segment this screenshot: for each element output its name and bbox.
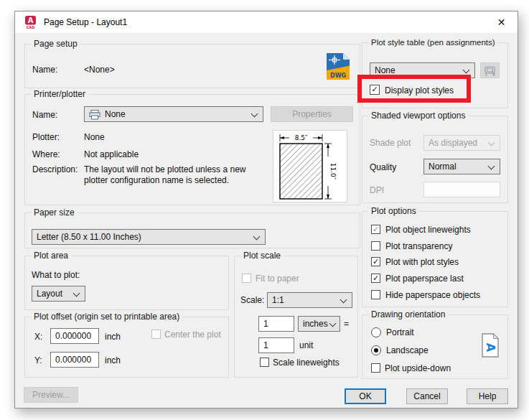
printer-name-select[interactable]: None [84, 106, 263, 122]
svg-text:A: A [484, 343, 497, 353]
group-page-setup: Page setup Name: <None> DWG [24, 44, 360, 88]
plot-style-editor-icon [484, 65, 497, 77]
printer-icon [89, 110, 100, 120]
offset-x-input[interactable]: 0.000000 [50, 328, 99, 344]
ok-button[interactable]: OK [345, 388, 386, 404]
group-printer-plotter: Printer/plotter Name: None Properties Pl… [24, 94, 360, 205]
group-plot-area: Plot area What to plot: Layout [24, 256, 229, 310]
group-plot-options: Plot options ✓ Plot object lineweights P… [362, 211, 508, 307]
autocad-icon: A CAD [24, 15, 37, 29]
center-the-plot-label: Center the plot [164, 330, 221, 340]
quality-value: Normal [429, 162, 457, 172]
quality-label: Quality [370, 162, 396, 172]
svg-text:A: A [28, 17, 34, 24]
svg-text:DWG: DWG [330, 73, 346, 79]
what-to-plot-select[interactable]: Layout [32, 286, 85, 302]
plot-style-editor-button [480, 62, 500, 78]
plot-transparency-label: Plot transparency [385, 241, 452, 251]
description-value: The layout will not be plotted unless a … [84, 164, 268, 186]
portrait-radio[interactable] [371, 327, 381, 337]
page-setup-name-label: Name: [32, 65, 57, 75]
offset-x-label: X: [34, 332, 42, 342]
group-printer-legend: Printer/plotter [31, 89, 88, 99]
scale-select[interactable]: 1:1 [267, 292, 352, 308]
paper-height-label: 11.0″ [329, 163, 337, 180]
chevron-down-icon [73, 290, 80, 297]
drawing-units-input[interactable]: 1 [258, 337, 294, 353]
what-to-plot-value: Layout [37, 289, 62, 299]
plot-with-plot-styles-checkbox[interactable]: ✓ [371, 257, 380, 266]
preview-button: Preview... [24, 387, 78, 403]
paper-width-label: 8.5″ [295, 134, 308, 141]
dpi-input [423, 182, 500, 197]
group-plot-style-table: Plot style table (pen assignments) None … [362, 42, 508, 108]
title-bar[interactable]: A CAD Page Setup - Layout1 ✕ [15, 11, 518, 33]
group-plot-area-legend: Plot area [31, 251, 71, 261]
description-label: Description: [32, 164, 78, 174]
page-setup-name-value: <None> [84, 65, 115, 75]
printer-name-label: Name: [32, 110, 57, 120]
paper-size-select[interactable]: Letter (8.50 x 11.00 Inches) [32, 229, 266, 245]
plot-transparency-checkbox[interactable] [371, 241, 380, 251]
close-icon[interactable]: ✕ [485, 11, 518, 32]
dwg-file-icon: DWG [326, 53, 350, 80]
paper-units-select[interactable]: inches [298, 316, 340, 332]
quality-select[interactable]: Normal [423, 159, 500, 174]
properties-button: Properties [271, 106, 353, 122]
plotter-value: None [84, 132, 105, 142]
page-setup-dialog: A CAD Page Setup - Layout1 ✕ Page setup … [14, 11, 518, 409]
offset-y-input[interactable]: 0.000000 [50, 352, 99, 368]
plot-style-select[interactable]: None [370, 62, 475, 78]
group-plot-options-legend: Plot options [368, 206, 419, 216]
plot-paperspace-last-label: Plot paperspace last [385, 274, 464, 284]
portrait-label: Portrait [386, 327, 414, 337]
help-button[interactable]: Help [467, 388, 508, 404]
paper-preview: 8.5″ 11.0″ [273, 130, 347, 202]
group-drawing-orientation-legend: Drawing orientation [368, 309, 448, 319]
paper-size-value: Letter (8.50 x 11.00 Inches) [37, 232, 141, 242]
group-plot-scale: Plot scale Fit to paper Scale: 1:1 1 inc… [234, 256, 358, 378]
hide-paperspace-objects-checkbox[interactable] [371, 290, 380, 299]
landscape-label: Landscape [386, 345, 429, 355]
svg-text:CAD: CAD [27, 25, 35, 29]
drawing-units-label: unit [299, 340, 313, 350]
group-plot-offset-legend: Plot offset (origin set to printable are… [31, 312, 182, 322]
plot-object-lineweights-label: Plot object lineweights [385, 225, 471, 235]
group-plot-style-legend: Plot style table (pen assignments) [368, 37, 498, 47]
scale-lineweights-label: Scale lineweights [273, 358, 340, 368]
window-title: Page Setup - Layout1 [44, 17, 127, 27]
group-paper-size: Paper size Letter (8.50 x 11.00 Inches) [24, 213, 360, 248]
shade-plot-label: Shade plot [370, 138, 411, 148]
what-to-plot-label: What to plot: [32, 270, 80, 280]
display-plot-styles-checkbox[interactable]: ✓ [370, 85, 380, 95]
landscape-radio[interactable] [371, 345, 381, 355]
where-value: Not applicable [84, 149, 139, 159]
where-label: Where: [32, 149, 60, 159]
chevron-down-icon [251, 111, 258, 118]
scale-lineweights-checkbox[interactable] [260, 358, 269, 367]
plotter-label: Plotter: [32, 132, 60, 142]
group-shaded-viewport: Shaded viewport options Shade plot As di… [362, 116, 508, 203]
group-shaded-viewport-legend: Shaded viewport options [368, 111, 468, 121]
dpi-label: DPI [370, 185, 384, 195]
group-page-setup-legend: Page setup [31, 39, 80, 49]
paper-units-name: inches [303, 319, 328, 329]
plot-object-lineweights-checkbox: ✓ [371, 225, 380, 234]
shade-plot-select: As displayed [423, 135, 500, 151]
plot-upside-down-checkbox[interactable] [371, 363, 380, 373]
shade-plot-value: As displayed [429, 138, 477, 148]
plot-upside-down-label: Plot upside-down [385, 363, 451, 373]
plot-with-plot-styles-label: Plot with plot styles [385, 257, 459, 267]
plot-paperspace-last-checkbox[interactable]: ✓ [371, 274, 380, 283]
display-plot-styles-label: Display plot styles [385, 85, 454, 95]
chevron-down-icon [488, 163, 495, 170]
chevron-down-icon [329, 320, 337, 327]
cancel-button[interactable]: Cancel [406, 388, 448, 404]
fit-to-paper-checkbox [242, 274, 251, 283]
offset-y-unit: inch [105, 355, 121, 365]
offset-x-unit: inch [105, 332, 121, 342]
paper-units-input[interactable]: 1 [258, 316, 294, 332]
chevron-down-icon [488, 139, 495, 146]
printer-name-value: None [105, 109, 126, 119]
equals-sign: = [344, 319, 349, 329]
